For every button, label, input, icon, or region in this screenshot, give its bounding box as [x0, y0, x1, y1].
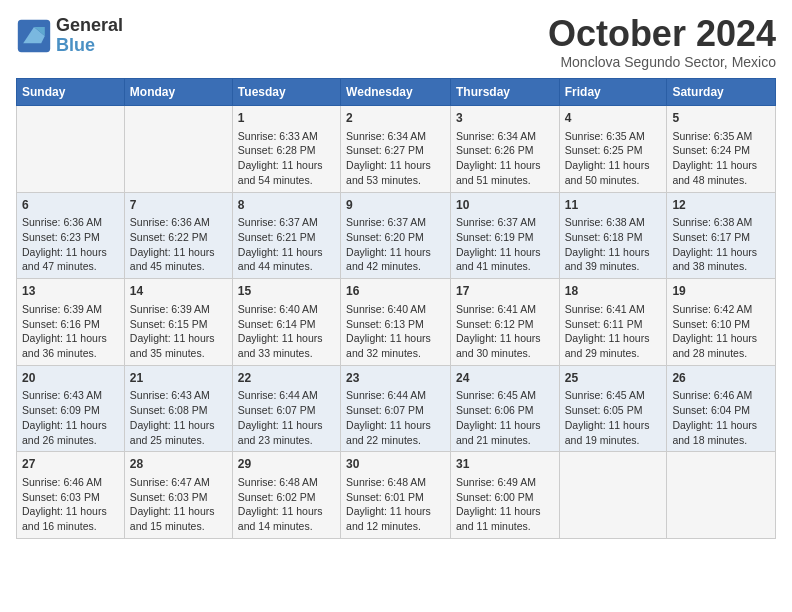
calendar-cell: 4Sunrise: 6:35 AM Sunset: 6:25 PM Daylig… [559, 106, 667, 193]
calendar-cell: 20Sunrise: 6:43 AM Sunset: 6:09 PM Dayli… [17, 365, 125, 452]
calendar-cell: 6Sunrise: 6:36 AM Sunset: 6:23 PM Daylig… [17, 192, 125, 279]
day-number: 30 [346, 456, 445, 473]
day-number: 11 [565, 197, 662, 214]
cell-detail: Sunrise: 6:41 AM Sunset: 6:12 PM Dayligh… [456, 302, 554, 361]
cell-detail: Sunrise: 6:43 AM Sunset: 6:08 PM Dayligh… [130, 388, 227, 447]
day-number: 3 [456, 110, 554, 127]
calendar-cell: 27Sunrise: 6:46 AM Sunset: 6:03 PM Dayli… [17, 452, 125, 539]
day-header-sunday: Sunday [17, 79, 125, 106]
cell-detail: Sunrise: 6:46 AM Sunset: 6:03 PM Dayligh… [22, 475, 119, 534]
logo-general-label: General [56, 16, 123, 36]
cell-detail: Sunrise: 6:35 AM Sunset: 6:24 PM Dayligh… [672, 129, 770, 188]
calendar-cell: 16Sunrise: 6:40 AM Sunset: 6:13 PM Dayli… [341, 279, 451, 366]
calendar-cell: 26Sunrise: 6:46 AM Sunset: 6:04 PM Dayli… [667, 365, 776, 452]
cell-detail: Sunrise: 6:42 AM Sunset: 6:10 PM Dayligh… [672, 302, 770, 361]
day-header-wednesday: Wednesday [341, 79, 451, 106]
cell-detail: Sunrise: 6:36 AM Sunset: 6:22 PM Dayligh… [130, 215, 227, 274]
cell-detail: Sunrise: 6:33 AM Sunset: 6:28 PM Dayligh… [238, 129, 335, 188]
day-number: 26 [672, 370, 770, 387]
day-number: 9 [346, 197, 445, 214]
day-number: 20 [22, 370, 119, 387]
day-number: 17 [456, 283, 554, 300]
calendar-cell: 3Sunrise: 6:34 AM Sunset: 6:26 PM Daylig… [450, 106, 559, 193]
calendar-table: SundayMondayTuesdayWednesdayThursdayFrid… [16, 78, 776, 539]
logo-text: General Blue [56, 16, 123, 56]
day-number: 29 [238, 456, 335, 473]
day-number: 14 [130, 283, 227, 300]
calendar-cell: 9Sunrise: 6:37 AM Sunset: 6:20 PM Daylig… [341, 192, 451, 279]
calendar-cell: 12Sunrise: 6:38 AM Sunset: 6:17 PM Dayli… [667, 192, 776, 279]
calendar-cell: 21Sunrise: 6:43 AM Sunset: 6:08 PM Dayli… [124, 365, 232, 452]
cell-detail: Sunrise: 6:34 AM Sunset: 6:27 PM Dayligh… [346, 129, 445, 188]
calendar-cell: 28Sunrise: 6:47 AM Sunset: 6:03 PM Dayli… [124, 452, 232, 539]
calendar-cell: 2Sunrise: 6:34 AM Sunset: 6:27 PM Daylig… [341, 106, 451, 193]
cell-detail: Sunrise: 6:44 AM Sunset: 6:07 PM Dayligh… [346, 388, 445, 447]
location-label: Monclova Segundo Sector, Mexico [548, 54, 776, 70]
day-number: 6 [22, 197, 119, 214]
calendar-cell: 15Sunrise: 6:40 AM Sunset: 6:14 PM Dayli… [232, 279, 340, 366]
cell-detail: Sunrise: 6:34 AM Sunset: 6:26 PM Dayligh… [456, 129, 554, 188]
calendar-cell [667, 452, 776, 539]
day-number: 8 [238, 197, 335, 214]
calendar-cell: 17Sunrise: 6:41 AM Sunset: 6:12 PM Dayli… [450, 279, 559, 366]
month-title: October 2024 [548, 16, 776, 52]
day-number: 2 [346, 110, 445, 127]
calendar-week-5: 27Sunrise: 6:46 AM Sunset: 6:03 PM Dayli… [17, 452, 776, 539]
calendar-cell: 7Sunrise: 6:36 AM Sunset: 6:22 PM Daylig… [124, 192, 232, 279]
cell-detail: Sunrise: 6:37 AM Sunset: 6:20 PM Dayligh… [346, 215, 445, 274]
day-number: 12 [672, 197, 770, 214]
day-number: 10 [456, 197, 554, 214]
day-number: 21 [130, 370, 227, 387]
day-number: 31 [456, 456, 554, 473]
cell-detail: Sunrise: 6:47 AM Sunset: 6:03 PM Dayligh… [130, 475, 227, 534]
calendar-cell: 10Sunrise: 6:37 AM Sunset: 6:19 PM Dayli… [450, 192, 559, 279]
calendar-cell: 23Sunrise: 6:44 AM Sunset: 6:07 PM Dayli… [341, 365, 451, 452]
calendar-cell: 22Sunrise: 6:44 AM Sunset: 6:07 PM Dayli… [232, 365, 340, 452]
day-header-friday: Friday [559, 79, 667, 106]
cell-detail: Sunrise: 6:48 AM Sunset: 6:01 PM Dayligh… [346, 475, 445, 534]
day-number: 16 [346, 283, 445, 300]
day-number: 25 [565, 370, 662, 387]
calendar-cell: 31Sunrise: 6:49 AM Sunset: 6:00 PM Dayli… [450, 452, 559, 539]
day-number: 24 [456, 370, 554, 387]
cell-detail: Sunrise: 6:45 AM Sunset: 6:05 PM Dayligh… [565, 388, 662, 447]
cell-detail: Sunrise: 6:43 AM Sunset: 6:09 PM Dayligh… [22, 388, 119, 447]
calendar-cell: 25Sunrise: 6:45 AM Sunset: 6:05 PM Dayli… [559, 365, 667, 452]
day-header-thursday: Thursday [450, 79, 559, 106]
calendar-cell: 19Sunrise: 6:42 AM Sunset: 6:10 PM Dayli… [667, 279, 776, 366]
calendar-week-4: 20Sunrise: 6:43 AM Sunset: 6:09 PM Dayli… [17, 365, 776, 452]
day-header-tuesday: Tuesday [232, 79, 340, 106]
calendar-cell: 24Sunrise: 6:45 AM Sunset: 6:06 PM Dayli… [450, 365, 559, 452]
cell-detail: Sunrise: 6:48 AM Sunset: 6:02 PM Dayligh… [238, 475, 335, 534]
title-block: October 2024 Monclova Segundo Sector, Me… [548, 16, 776, 70]
calendar-cell: 8Sunrise: 6:37 AM Sunset: 6:21 PM Daylig… [232, 192, 340, 279]
cell-detail: Sunrise: 6:35 AM Sunset: 6:25 PM Dayligh… [565, 129, 662, 188]
cell-detail: Sunrise: 6:41 AM Sunset: 6:11 PM Dayligh… [565, 302, 662, 361]
calendar-cell: 11Sunrise: 6:38 AM Sunset: 6:18 PM Dayli… [559, 192, 667, 279]
cell-detail: Sunrise: 6:37 AM Sunset: 6:19 PM Dayligh… [456, 215, 554, 274]
day-number: 23 [346, 370, 445, 387]
calendar-week-2: 6Sunrise: 6:36 AM Sunset: 6:23 PM Daylig… [17, 192, 776, 279]
day-number: 28 [130, 456, 227, 473]
cell-detail: Sunrise: 6:37 AM Sunset: 6:21 PM Dayligh… [238, 215, 335, 274]
calendar-cell [124, 106, 232, 193]
cell-detail: Sunrise: 6:40 AM Sunset: 6:14 PM Dayligh… [238, 302, 335, 361]
day-number: 19 [672, 283, 770, 300]
day-header-monday: Monday [124, 79, 232, 106]
day-number: 5 [672, 110, 770, 127]
logo: General Blue [16, 16, 123, 56]
cell-detail: Sunrise: 6:46 AM Sunset: 6:04 PM Dayligh… [672, 388, 770, 447]
day-number: 18 [565, 283, 662, 300]
day-number: 7 [130, 197, 227, 214]
calendar-cell: 30Sunrise: 6:48 AM Sunset: 6:01 PM Dayli… [341, 452, 451, 539]
day-number: 13 [22, 283, 119, 300]
logo-blue-label: Blue [56, 36, 123, 56]
cell-detail: Sunrise: 6:49 AM Sunset: 6:00 PM Dayligh… [456, 475, 554, 534]
calendar-cell: 18Sunrise: 6:41 AM Sunset: 6:11 PM Dayli… [559, 279, 667, 366]
calendar-cell: 1Sunrise: 6:33 AM Sunset: 6:28 PM Daylig… [232, 106, 340, 193]
day-number: 22 [238, 370, 335, 387]
day-header-saturday: Saturday [667, 79, 776, 106]
logo-icon [16, 18, 52, 54]
calendar-week-1: 1Sunrise: 6:33 AM Sunset: 6:28 PM Daylig… [17, 106, 776, 193]
day-number: 27 [22, 456, 119, 473]
